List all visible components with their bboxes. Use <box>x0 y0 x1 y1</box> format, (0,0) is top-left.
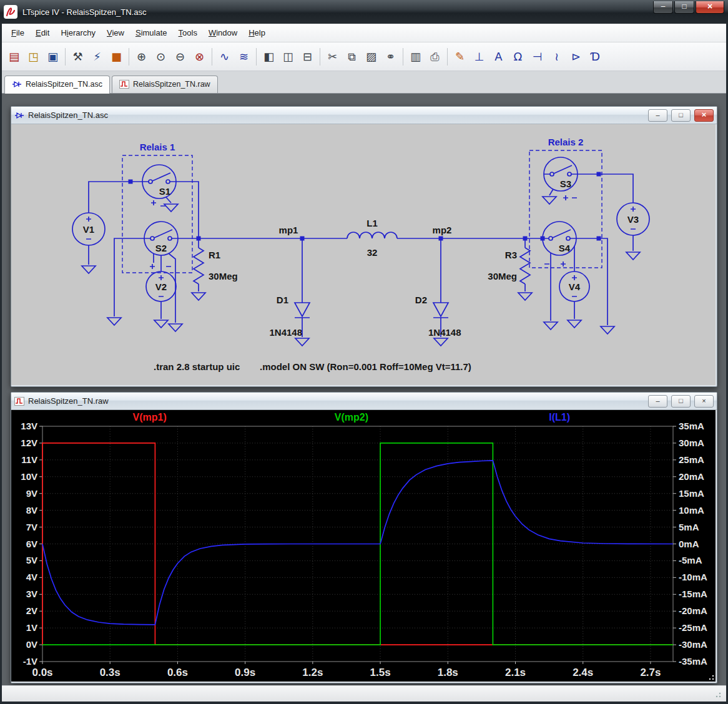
schematic-window-titlebar[interactable]: RelaisSpitzen_TN.asc – □ × <box>11 107 717 124</box>
s3-label[interactable]: S3 <box>560 178 571 189</box>
component-r3[interactable] <box>520 248 530 284</box>
menu-help[interactable]: Help <box>243 25 271 41</box>
component-d1[interactable] <box>295 303 310 318</box>
y-right-tick-label: 30mA <box>679 438 704 448</box>
toolbar-separator <box>65 48 66 66</box>
schematic-canvas[interactable]: Relais 1 Relais 2 S1 S2 S3 S4 V1 V2 V3 V… <box>11 124 716 385</box>
s4-label[interactable]: S4 <box>559 243 571 253</box>
component-s1[interactable] <box>142 165 176 206</box>
v1-label[interactable]: V1 <box>83 224 94 235</box>
directive-tran[interactable]: .tran 2.8 startup uic <box>154 361 240 372</box>
l1-value[interactable]: 32 <box>367 247 378 258</box>
x-tick-label: 2.4s <box>573 667 593 678</box>
menu-edit[interactable]: Edit <box>30 25 55 41</box>
diode-button[interactable]: ⊳ <box>566 47 586 66</box>
r1-name[interactable]: R1 <box>209 250 220 260</box>
minimize-button[interactable]: – <box>653 1 673 14</box>
schematic-maximize-button[interactable]: □ <box>671 109 691 122</box>
component-button[interactable]: Ɗ <box>586 47 605 66</box>
directive-model[interactable]: .model ON SW (Ron=0.001 Roff=10Meg Vt=11… <box>260 361 471 372</box>
l1-name[interactable]: L1 <box>366 218 378 228</box>
fft-button[interactable]: ∿ <box>215 47 234 66</box>
y-left-tick-label: 11V <box>21 454 37 465</box>
relay-boxes <box>122 150 602 273</box>
zoom-back-button[interactable]: ⊙ <box>151 47 170 66</box>
tab-schematic[interactable]: RelaisSpitzen_TN.asc <box>4 76 110 94</box>
titlebar[interactable]: LTspice IV - RelaisSpitzen_TN.asc – □ × <box>0 0 728 24</box>
resize-grip[interactable] <box>713 690 721 698</box>
zoom-out-button[interactable]: ⊖ <box>170 47 190 66</box>
ground-symbols[interactable] <box>82 197 640 346</box>
save-button[interactable]: ▣ <box>43 47 62 66</box>
d2-value[interactable]: 1N4148 <box>428 327 461 338</box>
r3-value[interactable]: 30Meg <box>488 271 517 281</box>
close-button[interactable]: × <box>696 1 724 14</box>
s1-label[interactable]: S1 <box>159 186 170 197</box>
resistor-button[interactable]: Ω <box>508 47 528 66</box>
r1-value[interactable]: 30Meg <box>209 271 238 281</box>
menu-hierarchy[interactable]: Hierarchy <box>55 25 101 41</box>
copy-button[interactable]: ⧉ <box>342 47 362 66</box>
y-right-tick-label: -30mA <box>679 639 707 650</box>
waveform-plot[interactable]: 0.0s0.3s0.6s0.9s1.2s1.5s1.8s2.1s2.4s2.7s… <box>11 410 716 682</box>
r3-name[interactable]: R3 <box>505 250 517 260</box>
cut-button[interactable]: ✂ <box>323 47 342 66</box>
relais2-label[interactable]: Relais 2 <box>548 137 584 147</box>
waveform-maximize-button[interactable]: □ <box>671 395 691 408</box>
ground-button[interactable]: ⊥ <box>470 47 489 66</box>
tile-horizontal-button[interactable]: ⊟ <box>298 47 317 66</box>
legend-V(mp1)[interactable]: V(mp1) <box>133 412 167 423</box>
menu-simulate[interactable]: Simulate <box>130 25 173 41</box>
schematic-file-icon <box>12 79 22 89</box>
component-r1[interactable] <box>194 248 204 284</box>
inductor-button[interactable]: ≀ <box>547 47 566 66</box>
waveform-window-titlebar[interactable]: RelaisSpitzen_TN.raw – □ × <box>11 393 717 410</box>
maximize-button[interactable]: □ <box>674 1 694 14</box>
component-l1[interactable] <box>347 232 397 238</box>
mp1-label[interactable]: mp1 <box>279 225 298 235</box>
plot-settings-button[interactable]: ≋ <box>234 47 253 66</box>
v2-label[interactable]: V2 <box>155 281 167 292</box>
cascade-windows-button[interactable]: ◧ <box>259 47 278 66</box>
menu-window[interactable]: Window <box>203 25 243 41</box>
legend-V(mp2)[interactable]: V(mp2) <box>335 412 368 423</box>
tile-vertical-button[interactable]: ◫ <box>278 47 298 66</box>
run-button[interactable]: ⚡ <box>87 47 107 66</box>
control-panel-button[interactable]: ⚒ <box>68 47 87 66</box>
paste-button[interactable]: ▨ <box>362 47 381 66</box>
schematic-minimize-button[interactable]: – <box>648 109 667 122</box>
menu-file[interactable]: File <box>6 25 30 41</box>
toolbar-separator <box>320 48 320 66</box>
d2-name[interactable]: D2 <box>415 295 427 305</box>
resize-grip[interactable] <box>707 673 714 680</box>
relais1-label[interactable]: Relais 1 <box>140 142 175 152</box>
v4-label[interactable]: V4 <box>569 281 581 292</box>
x-tick-label: 1.2s <box>302 667 323 678</box>
wire-pencil-button[interactable]: ✎ <box>450 47 470 66</box>
new-schematic-button[interactable]: ▤ <box>4 47 24 66</box>
find-button[interactable]: ⚭ <box>381 47 400 66</box>
waveform-minimize-button[interactable]: – <box>648 395 667 408</box>
waveform-close-button[interactable]: × <box>694 395 714 408</box>
d1-value[interactable]: 1N4148 <box>269 327 302 338</box>
window-title: LTspice IV - RelaisSpitzen_TN.asc <box>22 7 648 17</box>
wires[interactable] <box>89 174 633 337</box>
print-preview-button[interactable]: ▥ <box>406 47 425 66</box>
s2-label[interactable]: S2 <box>155 243 167 253</box>
mp2-label[interactable]: mp2 <box>433 225 452 235</box>
schematic-close-button[interactable]: × <box>694 109 714 122</box>
zoom-extents-button[interactable]: ⊗ <box>190 47 209 66</box>
label-button[interactable]: A <box>489 47 508 66</box>
legend-I(L1)[interactable]: I(L1) <box>549 412 570 423</box>
capacitor-button[interactable]: ⊣ <box>528 47 547 66</box>
print-button[interactable]: ⎙ <box>425 47 445 66</box>
menu-tools[interactable]: Tools <box>173 25 203 41</box>
open-file-button[interactable]: ◳ <box>24 47 43 66</box>
component-d2[interactable] <box>433 303 448 318</box>
tab-waveform[interactable]: RelaisSpitzen_TN.raw <box>112 76 218 93</box>
v3-label[interactable]: V3 <box>627 214 639 225</box>
zoom-area-button[interactable]: ⊕ <box>132 47 151 66</box>
halt-button[interactable]: ■ <box>107 47 126 66</box>
d1-name[interactable]: D1 <box>277 295 288 305</box>
menu-view[interactable]: View <box>101 25 130 41</box>
